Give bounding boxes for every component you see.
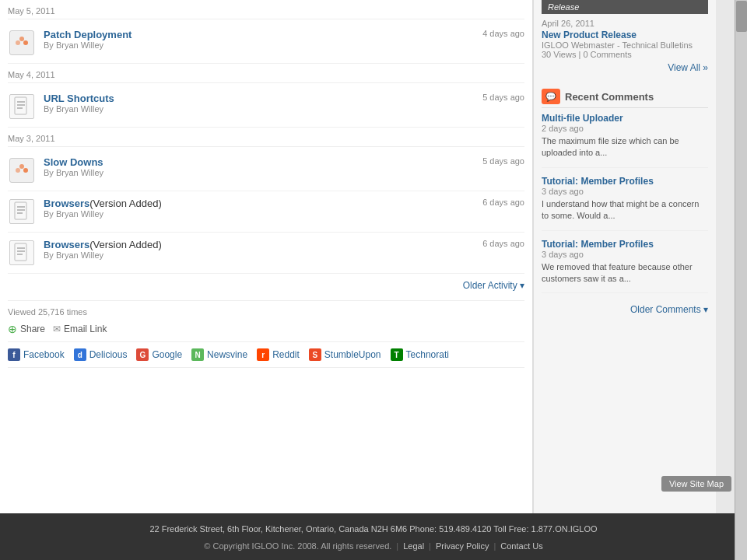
older-activity-link[interactable]: Older Activity ▾ <box>8 274 524 297</box>
comment-item-text-1: The maximum file size which can be uploa… <box>542 135 708 159</box>
activity-body: URL Shortcuts By Bryan Willey <box>44 93 475 114</box>
share-bar: ⊕ Share ✉ Email Link <box>8 320 524 342</box>
footer-legal-link[interactable]: Legal <box>403 541 424 551</box>
email-icon: ✉ <box>53 324 61 334</box>
share-button[interactable]: ⊕ Share <box>8 323 45 335</box>
email-label: Email Link <box>64 324 107 334</box>
comment-item-date-2: 3 days ago <box>542 187 708 196</box>
activity-meta: By Bryan Willey <box>44 40 475 50</box>
blog-icon <box>9 30 34 55</box>
activity-time: 4 days ago <box>475 29 524 38</box>
svg-rect-3 <box>15 97 26 114</box>
activity-meta: By Bryan Willey <box>44 250 475 260</box>
svg-rect-14 <box>15 243 26 261</box>
svg-point-2 <box>23 40 28 45</box>
activity-title-link[interactable]: Slow Downs <box>44 156 103 168</box>
comment-item-title-1[interactable]: Multi-file Uploader <box>542 113 708 124</box>
comment-item-text-3: We removed that feature because other cu… <box>542 261 708 285</box>
activity-meta: By Bryan Willey <box>44 209 475 219</box>
svg-point-8 <box>19 164 24 169</box>
activity-body: Slow Downs By Bryan Willey <box>44 156 475 177</box>
activity-item: Browsers (Version Added) By Bryan Willey… <box>8 191 524 233</box>
footer-separator-3: | <box>493 541 496 551</box>
date-separator-1: May 5, 2011 <box>8 0 524 19</box>
date-separator-3: May 3, 2011 <box>8 128 524 147</box>
comment-item-text-2: I understand how that might be a concern… <box>542 198 708 222</box>
recent-comments-title: 💬 Recent Comments <box>542 84 708 108</box>
activity-time: 5 days ago <box>475 156 524 166</box>
svg-point-1 <box>19 37 24 41</box>
release-author: IGLOO Webmaster - Technical Bulletins <box>542 40 708 50</box>
release-title-link[interactable]: New Product Release <box>542 30 708 40</box>
reddit-label: Reddit <box>272 349 300 360</box>
share-label: Share <box>20 324 45 334</box>
social-stumbleupon[interactable]: S StumbleUpon <box>309 348 381 361</box>
newsvine-label: Newsvine <box>207 349 247 360</box>
release-date: April 26, 2011 <box>542 19 708 28</box>
google-icon: G <box>136 348 149 361</box>
view-sitemap-button[interactable]: View Site Map <box>661 476 731 492</box>
older-comments-link[interactable]: Older Comments ▾ <box>542 301 708 318</box>
reddit-icon: r <box>257 348 269 361</box>
technorati-icon: T <box>391 348 403 361</box>
footer-address: 22 Frederick Street, 6th Floor, Kitchene… <box>12 520 735 538</box>
activity-meta: By Bryan Willey <box>44 168 475 177</box>
facebook-label: Facebook <box>23 349 65 360</box>
date-separator-2: May 4, 2011 <box>8 64 524 83</box>
release-bar: Release <box>542 0 708 14</box>
social-newsvine[interactable]: N Newsvine <box>191 348 247 361</box>
footer-separator-2: | <box>429 541 431 551</box>
footer-copyright: © Copyright IGLOO Inc. 2008. All rights … <box>204 541 391 551</box>
activity-title-link[interactable]: Patch Deployment <box>44 29 132 40</box>
activity-body: Browsers (Version Added) By Bryan Willey <box>44 239 475 260</box>
comment-item-3: Tutorial: Member Profiles 3 days ago We … <box>542 239 708 294</box>
view-count: Viewed 25,716 times <box>8 301 524 320</box>
footer-privacy-link[interactable]: Privacy Policy <box>436 541 489 551</box>
comment-icon: 💬 <box>542 89 560 104</box>
comment-item-1: Multi-file Uploader 2 days ago The maxim… <box>542 113 708 168</box>
footer-bottom: © Copyright IGLOO Inc. 2008. All rights … <box>12 538 735 554</box>
svg-point-9 <box>23 168 28 173</box>
footer: 22 Frederick Street, 6th Floor, Kitchene… <box>0 513 747 560</box>
footer-contact-link[interactable]: Contact Us <box>500 541 542 551</box>
activity-item: Browsers (Version Added) By Bryan Willey… <box>8 233 524 274</box>
google-label: Google <box>152 349 182 360</box>
doc-icon <box>9 199 34 224</box>
scrollbar[interactable] <box>735 0 747 560</box>
footer-separator-1: | <box>396 541 398 551</box>
social-google[interactable]: G Google <box>136 348 182 361</box>
activity-body: Browsers (Version Added) By Bryan Willey <box>44 198 475 219</box>
blog-icon <box>9 158 34 183</box>
comment-item-date-1: 2 days ago <box>542 124 708 133</box>
activity-item: Patch Deployment By Bryan Willey 4 days … <box>8 23 524 64</box>
svg-point-0 <box>16 40 20 45</box>
comment-item-2: Tutorial: Member Profiles 3 days ago I u… <box>542 176 708 231</box>
comment-item-title-3[interactable]: Tutorial: Member Profiles <box>542 239 708 250</box>
social-delicious[interactable]: d Delicious <box>74 348 128 361</box>
svg-point-7 <box>16 168 20 173</box>
activity-title-link[interactable]: URL Shortcuts <box>44 93 114 104</box>
social-bar: f Facebook d Delicious G Google N Newsvi… <box>8 342 524 368</box>
social-technorati[interactable]: T Technorati <box>391 348 449 361</box>
activity-title-link[interactable]: Browsers <box>44 239 89 250</box>
activity-item: URL Shortcuts By Bryan Willey 5 days ago <box>8 86 524 128</box>
technorati-label: Technorati <box>406 349 449 360</box>
scrollbar-thumb[interactable] <box>736 1 747 32</box>
svg-rect-10 <box>15 202 26 219</box>
newsvine-icon: N <box>191 348 204 361</box>
activity-body: Patch Deployment By Bryan Willey <box>44 29 475 50</box>
view-all-link[interactable]: View All » <box>542 59 708 76</box>
activity-time: 5 days ago <box>475 93 524 102</box>
email-link-button[interactable]: ✉ Email Link <box>53 324 107 334</box>
activity-title-link[interactable]: Browsers <box>44 198 89 209</box>
social-facebook[interactable]: f Facebook <box>8 348 65 361</box>
activity-title-suffix: (Version Added) <box>89 239 162 250</box>
stumbleupon-label: StumbleUpon <box>324 349 381 360</box>
activity-item: Slow Downs By Bryan Willey 5 days ago <box>8 150 524 191</box>
comment-item-title-2[interactable]: Tutorial: Member Profiles <box>542 176 708 187</box>
release-stats: 30 Views | 0 Comments <box>542 50 708 59</box>
social-reddit[interactable]: r Reddit <box>257 348 300 361</box>
delicious-label: Delicious <box>89 349 128 360</box>
release-section: Release April 26, 2011 New Product Relea… <box>542 0 708 76</box>
share-icon: ⊕ <box>8 323 17 335</box>
